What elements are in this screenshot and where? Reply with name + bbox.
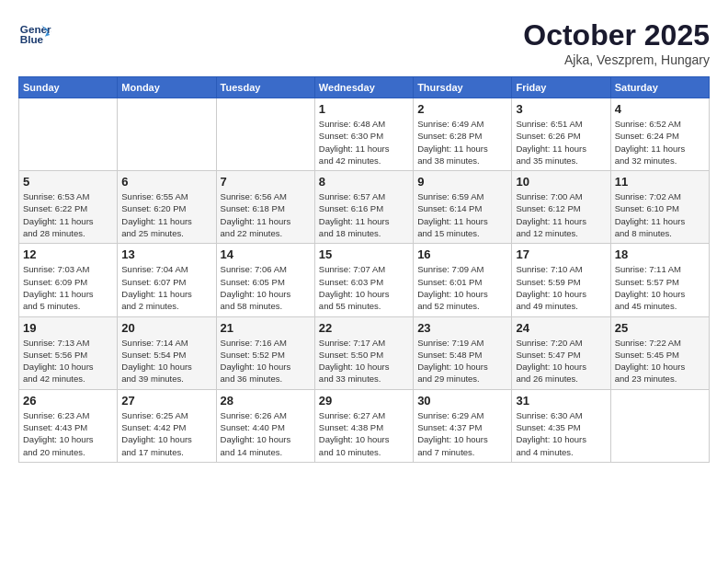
- day-info: Sunrise: 7:03 AM Sunset: 6:09 PM Dayligh…: [23, 263, 113, 312]
- weekday-header: Sunday: [19, 77, 118, 98]
- day-number: 6: [121, 175, 211, 189]
- day-number: 8: [319, 175, 409, 189]
- calendar-cell: 16Sunrise: 7:09 AM Sunset: 6:01 PM Dayli…: [414, 244, 512, 316]
- day-number: 7: [221, 175, 311, 189]
- calendar-cell: 1Sunrise: 6:48 AM Sunset: 6:30 PM Daylig…: [314, 98, 413, 171]
- calendar-cell: [216, 98, 314, 171]
- day-info: Sunrise: 6:48 AM Sunset: 6:30 PM Dayligh…: [319, 118, 409, 167]
- calendar-week-row: 19Sunrise: 7:13 AM Sunset: 5:56 PM Dayli…: [19, 316, 710, 389]
- day-number: 4: [615, 102, 705, 116]
- day-info: Sunrise: 7:20 AM Sunset: 5:47 PM Dayligh…: [516, 337, 606, 385]
- calendar-cell: 30Sunrise: 6:29 AM Sunset: 4:37 PM Dayli…: [414, 389, 512, 462]
- weekday-header: Thursday: [414, 77, 512, 98]
- calendar-cell: 19Sunrise: 7:13 AM Sunset: 5:56 PM Dayli…: [19, 316, 118, 389]
- weekday-header: Monday: [118, 77, 216, 98]
- logo-icon: General Blue: [18, 18, 51, 52]
- calendar-cell: 25Sunrise: 7:22 AM Sunset: 5:45 PM Dayli…: [610, 316, 709, 389]
- svg-text:Blue: Blue: [20, 33, 44, 45]
- day-info: Sunrise: 6:26 AM Sunset: 4:40 PM Dayligh…: [221, 409, 311, 458]
- day-info: Sunrise: 6:25 AM Sunset: 4:42 PM Dayligh…: [121, 409, 211, 458]
- day-number: 25: [615, 321, 705, 335]
- day-info: Sunrise: 6:59 AM Sunset: 6:14 PM Dayligh…: [417, 190, 507, 239]
- calendar-cell: 4Sunrise: 6:52 AM Sunset: 6:24 PM Daylig…: [610, 98, 709, 171]
- month-title: October 2025: [523, 18, 710, 52]
- calendar-cell: 3Sunrise: 6:51 AM Sunset: 6:26 PM Daylig…: [512, 98, 610, 171]
- day-info: Sunrise: 7:00 AM Sunset: 6:12 PM Dayligh…: [516, 190, 606, 239]
- calendar-cell: [118, 98, 216, 171]
- day-number: 22: [319, 321, 409, 335]
- day-info: Sunrise: 7:14 AM Sunset: 5:54 PM Dayligh…: [121, 337, 211, 385]
- day-number: 11: [615, 175, 705, 189]
- calendar-cell: 2Sunrise: 6:49 AM Sunset: 6:28 PM Daylig…: [414, 98, 512, 171]
- day-number: 9: [417, 175, 507, 189]
- day-number: 21: [221, 321, 311, 335]
- day-number: 14: [221, 247, 311, 261]
- day-info: Sunrise: 6:30 AM Sunset: 4:35 PM Dayligh…: [516, 409, 606, 458]
- weekday-header: Tuesday: [216, 77, 314, 98]
- weekday-header: Saturday: [610, 77, 709, 98]
- calendar-cell: 31Sunrise: 6:30 AM Sunset: 4:35 PM Dayli…: [512, 389, 610, 462]
- calendar-cell: 26Sunrise: 6:23 AM Sunset: 4:43 PM Dayli…: [19, 389, 118, 462]
- day-info: Sunrise: 6:52 AM Sunset: 6:24 PM Dayligh…: [615, 118, 705, 167]
- logo: General Blue: [18, 18, 51, 52]
- calendar-cell: 28Sunrise: 6:26 AM Sunset: 4:40 PM Dayli…: [216, 389, 314, 462]
- day-number: 12: [23, 247, 113, 261]
- calendar-cell: 13Sunrise: 7:04 AM Sunset: 6:07 PM Dayli…: [118, 244, 216, 316]
- day-number: 2: [417, 102, 507, 116]
- day-number: 5: [23, 175, 113, 189]
- title-block: October 2025 Ajka, Veszprem, Hungary: [523, 18, 710, 67]
- day-number: 26: [23, 394, 113, 408]
- day-number: 28: [221, 394, 311, 408]
- calendar-cell: 22Sunrise: 7:17 AM Sunset: 5:50 PM Dayli…: [314, 316, 413, 389]
- day-info: Sunrise: 7:22 AM Sunset: 5:45 PM Dayligh…: [615, 337, 705, 385]
- calendar-cell: 7Sunrise: 6:56 AM Sunset: 6:18 PM Daylig…: [216, 171, 314, 244]
- calendar-table: SundayMondayTuesdayWednesdayThursdayFrid…: [18, 76, 710, 463]
- day-number: 18: [615, 247, 705, 261]
- weekday-header: Wednesday: [314, 77, 413, 98]
- calendar-cell: 14Sunrise: 7:06 AM Sunset: 6:05 PM Dayli…: [216, 244, 314, 316]
- calendar-cell: 6Sunrise: 6:55 AM Sunset: 6:20 PM Daylig…: [118, 171, 216, 244]
- day-number: 20: [121, 321, 211, 335]
- day-info: Sunrise: 6:51 AM Sunset: 6:26 PM Dayligh…: [516, 118, 606, 167]
- day-info: Sunrise: 7:17 AM Sunset: 5:50 PM Dayligh…: [319, 337, 409, 385]
- day-info: Sunrise: 6:27 AM Sunset: 4:38 PM Dayligh…: [319, 409, 409, 458]
- day-info: Sunrise: 7:04 AM Sunset: 6:07 PM Dayligh…: [121, 263, 211, 312]
- calendar-cell: [610, 389, 709, 462]
- day-info: Sunrise: 7:06 AM Sunset: 6:05 PM Dayligh…: [221, 263, 311, 312]
- day-info: Sunrise: 6:29 AM Sunset: 4:37 PM Dayligh…: [417, 409, 507, 458]
- weekday-header-row: SundayMondayTuesdayWednesdayThursdayFrid…: [19, 77, 710, 98]
- day-info: Sunrise: 7:19 AM Sunset: 5:48 PM Dayligh…: [417, 337, 507, 385]
- day-info: Sunrise: 6:57 AM Sunset: 6:16 PM Dayligh…: [319, 190, 409, 239]
- calendar-week-row: 1Sunrise: 6:48 AM Sunset: 6:30 PM Daylig…: [19, 98, 710, 171]
- day-number: 17: [516, 247, 606, 261]
- day-number: 19: [23, 321, 113, 335]
- calendar-cell: 29Sunrise: 6:27 AM Sunset: 4:38 PM Dayli…: [314, 389, 413, 462]
- calendar-cell: 24Sunrise: 7:20 AM Sunset: 5:47 PM Dayli…: [512, 316, 610, 389]
- day-number: 29: [319, 394, 409, 408]
- calendar-cell: 8Sunrise: 6:57 AM Sunset: 6:16 PM Daylig…: [314, 171, 413, 244]
- day-number: 1: [319, 102, 409, 116]
- calendar-cell: 11Sunrise: 7:02 AM Sunset: 6:10 PM Dayli…: [610, 171, 709, 244]
- day-info: Sunrise: 6:49 AM Sunset: 6:28 PM Dayligh…: [417, 118, 507, 167]
- calendar-cell: [19, 98, 118, 171]
- day-info: Sunrise: 6:56 AM Sunset: 6:18 PM Dayligh…: [221, 190, 311, 239]
- calendar-week-row: 5Sunrise: 6:53 AM Sunset: 6:22 PM Daylig…: [19, 171, 710, 244]
- calendar-cell: 18Sunrise: 7:11 AM Sunset: 5:57 PM Dayli…: [610, 244, 709, 316]
- day-number: 31: [516, 394, 606, 408]
- calendar-week-row: 12Sunrise: 7:03 AM Sunset: 6:09 PM Dayli…: [19, 244, 710, 316]
- day-info: Sunrise: 7:09 AM Sunset: 6:01 PM Dayligh…: [417, 263, 507, 312]
- day-info: Sunrise: 6:23 AM Sunset: 4:43 PM Dayligh…: [23, 409, 113, 458]
- day-number: 10: [516, 175, 606, 189]
- weekday-header: Friday: [512, 77, 610, 98]
- day-info: Sunrise: 7:11 AM Sunset: 5:57 PM Dayligh…: [615, 263, 705, 312]
- calendar-cell: 27Sunrise: 6:25 AM Sunset: 4:42 PM Dayli…: [118, 389, 216, 462]
- day-number: 16: [417, 247, 507, 261]
- calendar-cell: 12Sunrise: 7:03 AM Sunset: 6:09 PM Dayli…: [19, 244, 118, 316]
- day-number: 24: [516, 321, 606, 335]
- day-info: Sunrise: 7:16 AM Sunset: 5:52 PM Dayligh…: [221, 337, 311, 385]
- calendar-cell: 23Sunrise: 7:19 AM Sunset: 5:48 PM Dayli…: [414, 316, 512, 389]
- day-info: Sunrise: 7:10 AM Sunset: 5:59 PM Dayligh…: [516, 263, 606, 312]
- location: Ajka, Veszprem, Hungary: [523, 52, 710, 67]
- day-number: 13: [121, 247, 211, 261]
- day-number: 15: [319, 247, 409, 261]
